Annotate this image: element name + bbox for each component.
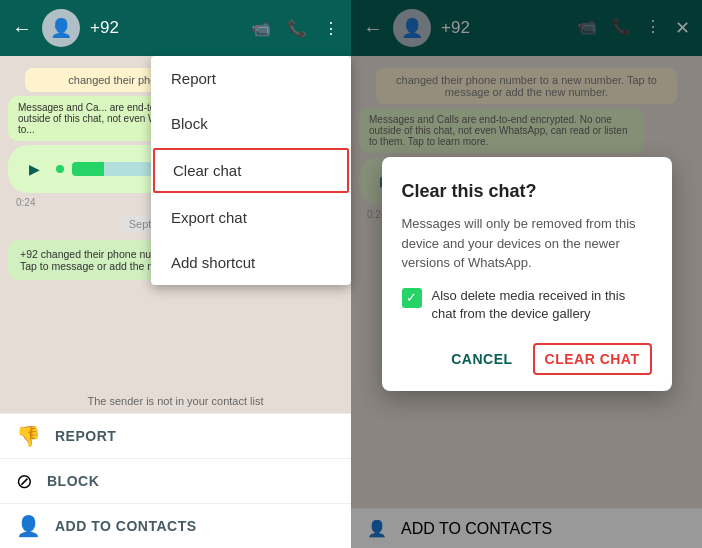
right-panel: ← 👤 +92 📹 📞 ⋮ ✕ changed their phone numb… — [351, 0, 702, 548]
dialog-buttons: CANCEL CLEAR CHAT — [402, 343, 652, 375]
audio-waveform — [72, 162, 152, 176]
block-icon: ⊘ — [16, 469, 33, 493]
play-button[interactable]: ▶ — [20, 155, 48, 183]
back-arrow-icon[interactable]: ← — [12, 17, 32, 40]
contact-number[interactable]: +92 — [90, 18, 241, 38]
dialog-message: Messages will only be removed from this … — [402, 214, 652, 273]
left-header: ← 👤 +92 📹 📞 ⋮ — [0, 0, 351, 56]
report-action-row[interactable]: 👎 REPORT — [0, 413, 351, 458]
report-label: REPORT — [55, 428, 116, 444]
cancel-button[interactable]: CANCEL — [447, 343, 516, 375]
block-label: BLOCK — [47, 473, 99, 489]
left-panel: ← 👤 +92 📹 📞 ⋮ changed their phone number… — [0, 0, 351, 548]
report-icon: 👎 — [16, 424, 41, 448]
dropdown-block[interactable]: Block — [151, 101, 351, 146]
delete-media-checkbox[interactable]: ✓ — [402, 288, 422, 308]
delete-media-label: Also delete media received in this chat … — [432, 287, 652, 323]
dropdown-report[interactable]: Report — [151, 56, 351, 101]
header-icons: 📹 📞 ⋮ — [251, 19, 339, 38]
dropdown-export-chat[interactable]: Export chat — [151, 195, 351, 240]
call-icon[interactable]: 📞 — [287, 19, 307, 38]
dialog-overlay: Clear this chat? Messages will only be r… — [351, 0, 702, 548]
number-change-label: +92 — [20, 248, 41, 260]
more-icon[interactable]: ⋮ — [323, 19, 339, 38]
add-contacts-action-row[interactable]: 👤 ADD TO CONTACTS — [0, 503, 351, 548]
dropdown-clear-chat[interactable]: Clear chat — [153, 148, 349, 193]
clear-chat-button[interactable]: CLEAR CHAT — [533, 343, 652, 375]
dropdown-add-shortcut[interactable]: Add shortcut — [151, 240, 351, 285]
dialog-title: Clear this chat? — [402, 181, 652, 202]
add-contacts-label: ADD TO CONTACTS — [55, 518, 197, 534]
video-icon[interactable]: 📹 — [251, 19, 271, 38]
block-action-row[interactable]: ⊘ BLOCK — [0, 458, 351, 503]
clear-chat-dialog: Clear this chat? Messages will only be r… — [382, 157, 672, 391]
avatar: 👤 — [42, 9, 80, 47]
dialog-checkbox-row: ✓ Also delete media received in this cha… — [402, 287, 652, 323]
not-in-contact-text: The sender is not in your contact list — [0, 389, 351, 413]
audio-dot — [56, 165, 64, 173]
dropdown-menu: Report Block Clear chat Export chat Add … — [151, 56, 351, 285]
add-contact-icon: 👤 — [16, 514, 41, 538]
